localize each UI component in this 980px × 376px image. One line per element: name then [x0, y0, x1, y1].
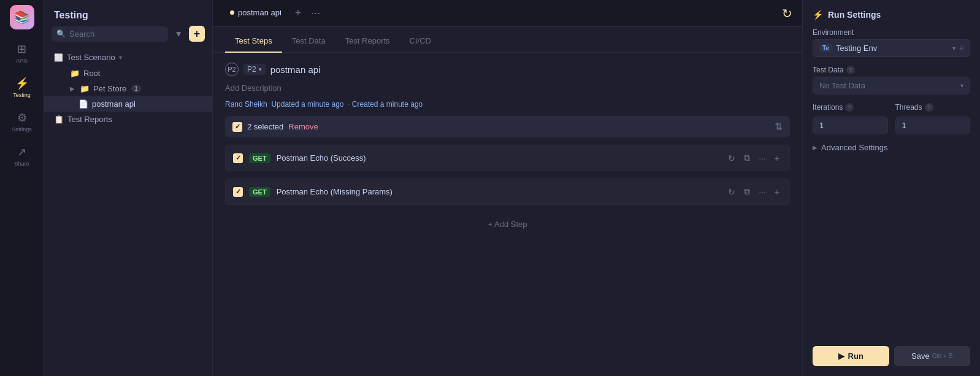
- run-play-icon: ▶: [838, 351, 844, 361]
- iterations-info-icon: ?: [845, 103, 854, 112]
- test-reports-item[interactable]: 📋 Test Reports: [44, 112, 212, 127]
- environment-select[interactable]: Te Testing Env ▾ ≡: [813, 39, 970, 57]
- iterations-input[interactable]: [813, 117, 888, 134]
- step2-retry-icon[interactable]: ↻: [725, 186, 738, 198]
- postman-api-label: postman api: [92, 99, 136, 109]
- filter-button[interactable]: ▼: [172, 26, 185, 41]
- priority-value: P2: [247, 65, 256, 74]
- created-text: Created a minute ago: [352, 100, 423, 109]
- tree-scenario-header[interactable]: ⬜ Test Scenario ▾: [44, 49, 212, 66]
- description-placeholder[interactable]: Add Description: [225, 83, 790, 93]
- run-label: Run: [848, 351, 863, 361]
- step1-more-icon[interactable]: ···: [756, 152, 768, 164]
- step2-add-icon[interactable]: +: [772, 186, 782, 198]
- tree-pet-store-item[interactable]: ▶ 📁 Pet Store 1: [44, 81, 212, 96]
- table-row: GET Postman Echo (Success) ↻ ⧉ ··· +: [225, 145, 790, 171]
- threads-label: Threads ?: [895, 103, 971, 112]
- search-bar: 🔍 ▼ +: [52, 26, 205, 42]
- tab-add-button[interactable]: +: [291, 7, 305, 20]
- root-label: Root: [83, 69, 100, 78]
- author-name: Rano Sheikh: [225, 100, 267, 109]
- settings-label: Settings: [12, 126, 32, 132]
- threads-input[interactable]: [895, 117, 971, 134]
- environment-field: Environment Te Testing Env ▾ ≡: [813, 28, 970, 57]
- share-label: Share: [14, 161, 29, 167]
- save-shortcut: Ctrl + S: [932, 353, 953, 359]
- step1-retry-icon[interactable]: ↻: [725, 152, 738, 164]
- step1-method: GET: [249, 153, 270, 163]
- testing-icon: ⚡: [15, 77, 29, 90]
- pet-store-badge: 1: [131, 85, 141, 93]
- save-button[interactable]: Save Ctrl + S: [894, 346, 971, 366]
- file-icon: 📄: [78, 99, 88, 109]
- run-settings-icon: ⚡: [813, 10, 823, 20]
- api-tab-label: postman api: [238, 8, 281, 17]
- content-tabs: Test Steps Test Data Test Reports CI/CD: [213, 27, 802, 53]
- folder-icon: 📁: [70, 69, 80, 78]
- threads-info-icon: ?: [925, 103, 933, 112]
- step2-more-icon[interactable]: ···: [756, 186, 768, 198]
- api-tab[interactable]: postman api: [223, 0, 289, 27]
- tree-postman-api-item[interactable]: 📄 postman api: [44, 96, 212, 112]
- tree-root-item[interactable]: 📁 Root: [44, 66, 212, 81]
- step2-checkbox[interactable]: [233, 187, 243, 197]
- add-button[interactable]: +: [189, 26, 205, 42]
- step1-copy-icon[interactable]: ⧉: [741, 152, 752, 164]
- priority-dropdown[interactable]: P2 ▾: [243, 64, 266, 75]
- apis-label: APIs: [16, 58, 28, 64]
- left-panel: Testing 🔍 ▼ + ⬜ Test Scenario ▾ 📁 Root ▶…: [44, 0, 213, 376]
- test-data-info-icon: ?: [846, 66, 855, 74]
- folder-icon: 📁: [80, 84, 90, 93]
- sidebar-item-testing[interactable]: ⚡ Testing: [6, 71, 38, 103]
- save-label: Save: [911, 351, 930, 361]
- unsaved-dot: [230, 10, 234, 15]
- sidebar-item-share[interactable]: ↗ Share: [6, 140, 38, 172]
- apis-icon: ⊞: [17, 42, 26, 56]
- updated-text: Updated a minute ago: [271, 100, 343, 109]
- env-list-icon: ≡: [959, 44, 963, 53]
- sidebar-item-apis[interactable]: ⊞ APIs: [6, 37, 38, 69]
- advanced-settings-label: Advanced Settings: [821, 143, 887, 152]
- test-data-select[interactable]: No Test Data ▾: [813, 77, 970, 94]
- selection-count: 2 selected: [247, 122, 283, 131]
- run-button[interactable]: ▶ Run: [813, 346, 889, 366]
- step2-method: GET: [249, 187, 270, 197]
- pet-store-label: Pet Store: [93, 84, 126, 93]
- chevron-right-icon: ▶: [70, 85, 75, 92]
- env-value: Testing Env: [836, 44, 877, 53]
- step1-checkbox[interactable]: [233, 153, 243, 163]
- remove-button[interactable]: Remove: [288, 122, 318, 131]
- test-data-chevron-icon: ▾: [960, 82, 963, 89]
- environment-label: Environment: [813, 28, 970, 37]
- tab-more-button[interactable]: ···: [307, 7, 324, 20]
- settings-icon: ⚙: [17, 111, 27, 125]
- add-step-row[interactable]: + Add Step: [225, 212, 790, 236]
- step1-add-icon[interactable]: +: [772, 152, 782, 164]
- sort-icon[interactable]: ⇅: [775, 121, 783, 132]
- test-data-field: Test Data ? No Test Data ▾: [813, 66, 970, 94]
- step2-copy-icon[interactable]: ⧉: [741, 185, 752, 198]
- threads-field: Threads ?: [895, 103, 971, 134]
- advanced-chevron-icon: ▶: [813, 144, 817, 151]
- step1-actions: ↻ ⧉ ··· +: [725, 152, 782, 164]
- inner-content: P2 P2 ▾ postman api Add Description Rano…: [213, 53, 802, 376]
- iter-threads-row: Iterations ? Threads ?: [813, 103, 970, 134]
- top-right-icon[interactable]: ↻: [782, 6, 792, 21]
- tab-test-steps[interactable]: Test Steps: [225, 30, 282, 53]
- advanced-settings[interactable]: ▶ Advanced Settings: [813, 143, 970, 152]
- meta-text: Rano Sheikh Updated a minute ago · Creat…: [225, 100, 790, 109]
- api-title: postman api: [270, 64, 321, 75]
- share-icon: ↗: [17, 145, 26, 159]
- test-data-label: Test Data ?: [813, 66, 970, 74]
- env-badge: Te: [819, 44, 832, 52]
- search-input-wrap[interactable]: 🔍: [52, 26, 168, 42]
- priority-badge[interactable]: P2: [225, 63, 239, 76]
- add-step-label: + Add Step: [488, 220, 527, 229]
- tab-ci-cd[interactable]: CI/CD: [400, 30, 441, 53]
- sidebar-item-settings[interactable]: ⚙ Settings: [6, 106, 38, 137]
- run-settings-label: Run Settings: [828, 10, 881, 20]
- tab-test-data[interactable]: Test Data: [282, 30, 335, 53]
- search-input[interactable]: [69, 29, 163, 39]
- select-all-checkbox[interactable]: [232, 122, 242, 132]
- tab-test-reports[interactable]: Test Reports: [335, 30, 400, 53]
